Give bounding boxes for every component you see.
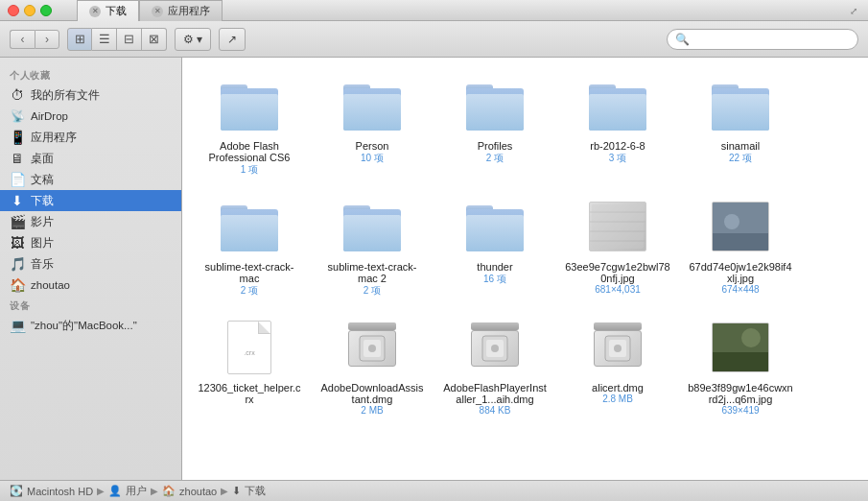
image-thumbnail — [589, 202, 646, 251]
list-item[interactable]: Person 10 项 — [315, 67, 430, 180]
breadcrumb-user: 用户 — [126, 484, 147, 498]
list-item[interactable]: 67dd74e0jw1e2k98if4xlj.jpg 674×448 — [683, 188, 798, 301]
view-column-button[interactable]: ⊟ — [117, 28, 142, 51]
main-area: 个人收藏 ⏱ 我的所有文件 📡 AirDrop 📱 应用程序 🖥 桌面 📄 文稿… — [0, 58, 868, 480]
dmg-icon-area — [587, 317, 648, 378]
search-box[interactable]: 🔍 — [667, 29, 858, 50]
file-size: 2 MB — [361, 405, 383, 416]
search-icon: 🔍 — [675, 33, 690, 46]
tab-bar: ✕ 下载 ✕ 应用程序 — [77, 0, 223, 21]
action-chevron: ▾ — [197, 33, 202, 46]
svg-point-16 — [614, 345, 622, 352]
view-icon-button[interactable]: ⊞ — [67, 28, 92, 51]
dmg-icon — [471, 322, 519, 372]
tab-downloads[interactable]: ✕ 下载 — [77, 0, 139, 21]
view-coverflow-button[interactable]: ⊠ — [142, 28, 167, 51]
resize-button[interactable]: ⤢ — [847, 4, 860, 17]
search-input[interactable] — [693, 34, 850, 45]
file-name: alicert.dmg — [592, 382, 644, 394]
list-item[interactable]: sinamail 22 项 — [683, 67, 798, 180]
sidebar-item-pictures[interactable]: 🖼 图片 — [0, 232, 181, 253]
music-icon: 🎵 — [10, 256, 25, 272]
list-item[interactable]: Profiles 2 项 — [437, 67, 552, 180]
sidebar-label-macbook: "zhou"的"MacBook..." — [31, 319, 137, 333]
file-name: AdobeFlashPlayerInstaller_1...aih.dmg — [442, 382, 548, 405]
macbook-icon: 💻 — [10, 318, 25, 333]
folder-icon-area — [219, 196, 280, 257]
sidebar-item-airdrop[interactable]: 📡 AirDrop — [0, 106, 181, 127]
folder-icon-area — [710, 75, 771, 136]
file-name: Profiles — [478, 140, 513, 152]
tab-label-downloads: 下载 — [106, 4, 127, 18]
file-name: sublime-text-crack-mac — [197, 261, 302, 284]
list-item[interactable]: rb-2012-6-8 3 项 — [560, 67, 675, 180]
status-bar: 💽 Macintosh HD ▶ 👤 用户 ▶ 🏠 zhoutao ▶ ⬇ 下载 — [0, 480, 868, 501]
sidebar-label-zhoutao: zhoutao — [31, 279, 70, 291]
share-button[interactable]: ↗ — [219, 28, 246, 51]
sidebar-item-movies[interactable]: 🎬 影片 — [0, 211, 181, 232]
documents-icon: 📄 — [10, 172, 25, 187]
breadcrumb-sep-2: ▶ — [151, 486, 158, 496]
list-item[interactable]: AdobeDownloadAssistant.dmg 2 MB — [315, 309, 430, 419]
list-item[interactable]: thunder 16 项 — [437, 188, 552, 301]
minimize-button[interactable] — [24, 5, 35, 16]
forward-button[interactable]: › — [35, 30, 59, 49]
file-count: 2 项 — [241, 284, 258, 298]
dmg-icon — [594, 322, 642, 372]
tab-close-apps[interactable]: ✕ — [152, 6, 163, 17]
sidebar-item-downloads[interactable]: ⬇ 下载 — [0, 190, 181, 211]
sidebar-item-music[interactable]: 🎵 音乐 — [0, 253, 181, 274]
file-count: 1 项 — [241, 163, 258, 177]
list-item[interactable]: b89e3f89gw1e46cwxnrd2j...q6m.jpg 639×419 — [683, 309, 798, 419]
maximize-button[interactable] — [40, 5, 52, 16]
sidebar-item-zhoutao[interactable]: 🏠 zhoutao — [0, 274, 181, 296]
sidebar-label-pictures: 图片 — [31, 236, 54, 250]
nav-group: ‹ › — [10, 30, 59, 49]
folder-icon — [466, 81, 524, 131]
sidebar-label-airdrop: AirDrop — [31, 110, 68, 122]
file-count: 22 项 — [729, 152, 752, 165]
breadcrumb-icon-downloads: ⬇ — [232, 485, 241, 497]
svg-rect-7 — [713, 233, 768, 250]
file-name: thunder — [477, 261, 512, 273]
folder-icon — [343, 202, 401, 251]
breadcrumb-sep-1: ▶ — [97, 486, 105, 496]
action-button[interactable]: ⚙ ▾ — [175, 28, 211, 51]
file-size: 639×419 — [721, 405, 759, 416]
tab-close-downloads[interactable]: ✕ — [89, 6, 101, 17]
list-item[interactable]: alicert.dmg 2.8 MB — [560, 309, 675, 419]
svg-point-13 — [491, 345, 499, 352]
airdrop-icon: 📡 — [10, 108, 25, 124]
sidebar-item-documents[interactable]: 📄 文稿 — [0, 169, 181, 190]
share-icon: ↗ — [227, 33, 237, 46]
file-name: sinamail — [721, 140, 760, 152]
sidebar-label-movies: 影片 — [31, 215, 54, 229]
tab-applications[interactable]: ✕ 应用程序 — [139, 0, 223, 21]
file-count: 2 项 — [364, 284, 381, 298]
sidebar-label-applications: 应用程序 — [31, 131, 77, 145]
folder-icon — [343, 81, 401, 131]
list-item[interactable]: sublime-text-crack-mac 2 2 项 — [315, 188, 430, 301]
folder-icon — [712, 81, 769, 131]
doc-icon-area: .crx — [219, 317, 280, 378]
breadcrumb-hd: Macintosh HD — [27, 486, 93, 497]
list-item[interactable]: AdobeFlashPlayerInstaller_1...aih.dmg 88… — [437, 309, 552, 419]
list-item[interactable]: Adobe Flash Professional CS6 1 项 — [192, 67, 307, 180]
close-button[interactable] — [8, 5, 19, 16]
sidebar-item-macbook[interactable]: 💻 "zhou"的"MacBook..." — [0, 315, 181, 336]
file-name: 67dd74e0jw1e2k98if4xlj.jpg — [688, 261, 793, 284]
file-name: sublime-text-crack-mac 2 — [319, 261, 425, 284]
file-name: rb-2012-6-8 — [590, 140, 645, 152]
downloads-icon: ⬇ — [10, 193, 25, 208]
list-item[interactable]: 63ee9e7cgw1e2bwl780nfj.jpg 681×4,031 — [560, 188, 675, 301]
sidebar-item-applications[interactable]: 📱 应用程序 — [0, 127, 181, 148]
view-buttons: ⊞ ☰ ⊟ ⊠ — [67, 28, 167, 51]
sidebar-item-desktop[interactable]: 🖥 桌面 — [0, 148, 181, 169]
list-item[interactable]: sublime-text-crack-mac 2 项 — [192, 188, 307, 301]
image-thumbnail — [712, 322, 769, 372]
sidebar-item-all-files[interactable]: ⏱ 我的所有文件 — [0, 84, 181, 106]
list-item[interactable]: .crx 12306_ticket_helper.crx — [192, 309, 307, 419]
view-list-button[interactable]: ☰ — [92, 28, 117, 51]
back-button[interactable]: ‹ — [10, 30, 35, 49]
breadcrumb-icon-home: 🏠 — [162, 485, 176, 497]
